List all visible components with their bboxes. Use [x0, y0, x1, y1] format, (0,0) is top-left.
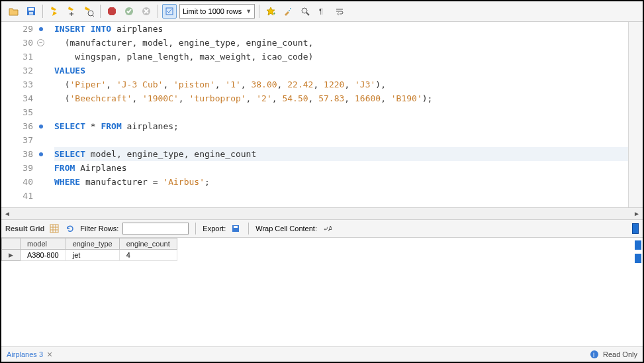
separator: [195, 223, 196, 234]
line-number: 34: [1, 91, 33, 105]
rollback-icon[interactable]: [139, 4, 154, 19]
cell[interactable]: 4: [119, 250, 177, 261]
find-icon[interactable]: [298, 4, 312, 19]
line-number: 41: [1, 189, 33, 203]
save-icon[interactable]: [24, 4, 38, 19]
chevron-down-icon: ▼: [246, 8, 252, 15]
export-icon[interactable]: [230, 223, 242, 234]
line-number-gutter: 29303132333435363738394041: [1, 22, 37, 207]
svg-point-17: [302, 8, 307, 13]
line-number: 37: [1, 133, 33, 147]
line-number: 33: [1, 78, 33, 91]
svg-marker-7: [108, 7, 116, 15]
svg-text:⤶A: ⤶A: [323, 225, 332, 233]
execute-current-icon[interactable]: [64, 4, 79, 19]
line-number: 36: [1, 119, 33, 133]
code-line[interactable]: VALUES: [54, 64, 628, 78]
code-line[interactable]: INSERT INTO airplanes: [54, 22, 628, 36]
row-selector-header: [2, 238, 21, 250]
statement-marker-icon: [39, 27, 43, 31]
svg-point-16: [289, 10, 290, 11]
invisible-chars-icon[interactable]: ¶: [315, 4, 330, 19]
separator: [259, 5, 259, 18]
main-toolbar: Limit to 1000 rows ▼ + ¶: [1, 1, 643, 22]
svg-rect-26: [234, 226, 238, 228]
column-header[interactable]: engine_count: [119, 238, 177, 250]
commit-icon[interactable]: [122, 4, 136, 19]
fold-toggle-icon[interactable]: −: [37, 39, 44, 46]
line-number: 38: [1, 147, 33, 161]
line-number: 32: [1, 64, 33, 78]
open-file-icon[interactable]: [7, 4, 21, 19]
code-line[interactable]: ('Beechcraft', '1900C', 'turboprop', '2'…: [54, 91, 628, 105]
readonly-label: Read Only: [603, 350, 637, 358]
svg-text:i: i: [593, 351, 594, 358]
row-indicator-icon[interactable]: ▶: [2, 250, 21, 261]
wrap-cell-icon[interactable]: ⤶A: [321, 223, 333, 234]
horizontal-scrollbar[interactable]: ◄ ►: [1, 207, 643, 219]
side-panel-toggle[interactable]: [632, 223, 639, 234]
readonly-indicator: i Read Only: [590, 350, 637, 359]
separator: [248, 223, 249, 234]
line-number: 40: [1, 175, 33, 189]
explain-icon[interactable]: [81, 4, 96, 19]
svg-text:+: +: [273, 11, 275, 16]
statement-marker-icon: [39, 152, 43, 156]
svg-rect-2: [29, 12, 33, 15]
refresh-icon[interactable]: [64, 223, 76, 234]
separator: [100, 5, 101, 18]
editor-right-margin: [628, 22, 643, 207]
column-header[interactable]: model: [21, 238, 66, 250]
svg-point-5: [88, 11, 93, 16]
code-line[interactable]: ('Piper', 'J-3 Cub', 'piston', '1', 38.0…: [54, 78, 628, 91]
column-header[interactable]: engine_type: [66, 238, 119, 250]
code-line[interactable]: WHERE manufacturer = 'Airbus';: [54, 175, 628, 189]
code-line[interactable]: (manufacturer, model, engine_type, engin…: [54, 36, 628, 50]
favorite-icon[interactable]: +: [263, 4, 278, 19]
svg-text:¶: ¶: [319, 7, 323, 15]
separator: [42, 5, 43, 18]
result-toolbar: Result Grid Filter Rows: Export: Wrap Ce…: [1, 219, 643, 238]
execute-icon[interactable]: [47, 4, 62, 19]
code-line[interactable]: [54, 133, 628, 147]
close-tab-icon[interactable]: ×: [47, 349, 52, 360]
wrap-cell-label: Wrap Cell Content:: [255, 225, 317, 233]
line-number: 35: [1, 105, 33, 119]
result-tab[interactable]: Airplanes 3 ×: [7, 349, 52, 360]
code-line[interactable]: SELECT * FROM airplanes;: [54, 119, 628, 133]
row-limit-select[interactable]: Limit to 1000 rows ▼: [179, 4, 255, 19]
wrap-icon[interactable]: [332, 4, 347, 19]
marker-gutter: −: [37, 22, 49, 207]
svg-point-15: [290, 8, 291, 9]
cell[interactable]: A380-800: [21, 250, 66, 261]
code-line[interactable]: FROM Airplanes: [54, 161, 628, 175]
row-limit-label: Limit to 1000 rows: [183, 7, 242, 15]
autocommit-toggle-icon[interactable]: [162, 4, 177, 19]
svg-rect-1: [28, 8, 34, 11]
code-line[interactable]: [54, 189, 628, 203]
code-area[interactable]: INSERT INTO airplanes (manufacturer, mod…: [49, 22, 628, 207]
result-tab-label: Airplanes 3: [7, 350, 43, 358]
code-line[interactable]: wingspan, plane_length, max_weight, icao…: [54, 50, 628, 64]
svg-line-6: [93, 15, 94, 17]
cell[interactable]: jet: [66, 250, 119, 261]
svg-rect-20: [50, 225, 58, 233]
code-line[interactable]: SELECT model, engine_type, engine_count: [54, 147, 628, 161]
stop-icon[interactable]: [105, 4, 119, 19]
result-grid-label: Result Grid: [5, 225, 44, 233]
side-markers: [635, 240, 641, 263]
line-number: 29: [1, 22, 33, 36]
scroll-left-icon[interactable]: ◄: [4, 210, 11, 217]
result-grid[interactable]: modelengine_typeengine_count ▶A380-800je…: [1, 238, 643, 346]
code-line[interactable]: [54, 105, 628, 119]
scroll-right-icon[interactable]: ►: [633, 210, 640, 217]
info-icon: i: [590, 350, 599, 359]
grid-view-icon[interactable]: [48, 223, 60, 234]
svg-line-18: [306, 13, 309, 15]
filter-rows-input[interactable]: [122, 223, 189, 234]
beautify-icon[interactable]: [281, 4, 295, 19]
table-row[interactable]: ▶A380-800jet4: [2, 250, 177, 261]
line-number: 31: [1, 50, 33, 64]
sql-editor[interactable]: 29303132333435363738394041 − INSERT INTO…: [1, 22, 643, 207]
export-label: Export:: [203, 225, 226, 233]
